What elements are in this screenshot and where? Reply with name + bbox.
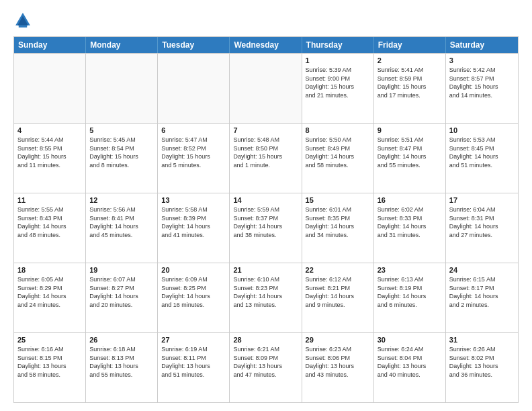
cal-cell-24: 24Sunrise: 6:15 AM Sunset: 8:17 PM Dayli…: [446, 263, 518, 332]
day-number: 27: [161, 336, 226, 344]
cal-row-2: 11Sunrise: 5:55 AM Sunset: 8:43 PM Dayli…: [14, 193, 518, 263]
day-number: 24: [449, 266, 515, 274]
day-number: 17: [449, 196, 515, 204]
calendar: SundayMondayTuesdayWednesdayThursdayFrid…: [13, 36, 519, 403]
cal-cell-30: 30Sunrise: 6:24 AM Sunset: 8:04 PM Dayli…: [374, 333, 446, 402]
day-info: Sunrise: 5:41 AM Sunset: 8:59 PM Dayligh…: [378, 66, 442, 99]
day-info: Sunrise: 6:07 AM Sunset: 8:27 PM Dayligh…: [89, 275, 154, 309]
day-number: 31: [449, 336, 515, 344]
day-number: 14: [233, 196, 298, 204]
day-info: Sunrise: 6:15 AM Sunset: 8:17 PM Dayligh…: [449, 275, 515, 309]
day-number: 18: [17, 266, 82, 274]
cal-cell-empty: [86, 54, 158, 123]
cal-cell-28: 28Sunrise: 6:21 AM Sunset: 8:09 PM Dayli…: [230, 333, 302, 402]
day-number: 21: [233, 266, 298, 274]
cal-row-4: 25Sunrise: 6:16 AM Sunset: 8:15 PM Dayli…: [14, 332, 518, 402]
cal-cell-4: 4Sunrise: 5:44 AM Sunset: 8:55 PM Daylig…: [14, 124, 86, 193]
day-number: 26: [89, 336, 154, 344]
cal-header-cell-sunday: Sunday: [14, 37, 86, 53]
cal-cell-5: 5Sunrise: 5:45 AM Sunset: 8:54 PM Daylig…: [86, 124, 158, 193]
day-number: 6: [161, 126, 226, 134]
day-number: 8: [306, 126, 370, 134]
cal-cell-16: 16Sunrise: 6:02 AM Sunset: 8:33 PM Dayli…: [374, 193, 446, 263]
cal-cell-20: 20Sunrise: 6:09 AM Sunset: 8:25 PM Dayli…: [158, 263, 230, 332]
day-info: Sunrise: 6:23 AM Sunset: 8:06 PM Dayligh…: [306, 345, 370, 379]
logo-icon: [13, 11, 32, 30]
day-number: 28: [233, 336, 298, 344]
cal-cell-10: 10Sunrise: 5:53 AM Sunset: 8:45 PM Dayli…: [446, 124, 518, 193]
day-info: Sunrise: 6:24 AM Sunset: 8:04 PM Dayligh…: [378, 345, 442, 379]
day-number: 20: [161, 266, 226, 274]
cal-row-0: 1Sunrise: 5:39 AM Sunset: 9:00 PM Daylig…: [14, 53, 518, 123]
day-info: Sunrise: 6:09 AM Sunset: 8:25 PM Dayligh…: [161, 275, 226, 309]
day-info: Sunrise: 6:04 AM Sunset: 8:31 PM Dayligh…: [449, 205, 515, 239]
cal-header-cell-wednesday: Wednesday: [230, 37, 302, 53]
cal-cell-31: 31Sunrise: 6:26 AM Sunset: 8:02 PM Dayli…: [446, 333, 518, 402]
day-info: Sunrise: 5:45 AM Sunset: 8:54 PM Dayligh…: [89, 136, 154, 169]
day-number: 12: [89, 196, 154, 204]
day-info: Sunrise: 6:02 AM Sunset: 8:33 PM Dayligh…: [378, 205, 442, 239]
day-info: Sunrise: 6:10 AM Sunset: 8:23 PM Dayligh…: [233, 275, 298, 309]
day-number: 3: [449, 56, 515, 64]
cal-cell-empty: [230, 54, 302, 123]
cal-cell-18: 18Sunrise: 6:05 AM Sunset: 8:29 PM Dayli…: [14, 263, 86, 332]
cal-cell-15: 15Sunrise: 6:01 AM Sunset: 8:35 PM Dayli…: [302, 193, 374, 263]
cal-cell-21: 21Sunrise: 6:10 AM Sunset: 8:23 PM Dayli…: [230, 263, 302, 332]
day-info: Sunrise: 5:55 AM Sunset: 8:43 PM Dayligh…: [17, 205, 82, 239]
cal-cell-14: 14Sunrise: 5:59 AM Sunset: 8:37 PM Dayli…: [230, 193, 302, 263]
day-number: 25: [17, 336, 82, 344]
day-number: 9: [378, 126, 442, 134]
cal-row-3: 18Sunrise: 6:05 AM Sunset: 8:29 PM Dayli…: [14, 263, 518, 332]
header: [13, 11, 519, 30]
day-number: 1: [306, 56, 370, 64]
day-number: 13: [161, 196, 226, 204]
day-info: Sunrise: 5:44 AM Sunset: 8:55 PM Dayligh…: [17, 136, 82, 169]
cal-row-1: 4Sunrise: 5:44 AM Sunset: 8:55 PM Daylig…: [14, 123, 518, 193]
day-info: Sunrise: 6:05 AM Sunset: 8:29 PM Dayligh…: [17, 275, 82, 309]
day-info: Sunrise: 6:18 AM Sunset: 8:13 PM Dayligh…: [89, 345, 154, 379]
cal-cell-8: 8Sunrise: 5:50 AM Sunset: 8:49 PM Daylig…: [302, 124, 374, 193]
day-info: Sunrise: 6:01 AM Sunset: 8:35 PM Dayligh…: [306, 205, 370, 239]
day-info: Sunrise: 6:26 AM Sunset: 8:02 PM Dayligh…: [449, 345, 515, 379]
day-number: 16: [378, 196, 442, 204]
cal-cell-13: 13Sunrise: 5:58 AM Sunset: 8:39 PM Dayli…: [158, 193, 230, 263]
calendar-header-row: SundayMondayTuesdayWednesdayThursdayFrid…: [14, 37, 518, 53]
cal-cell-29: 29Sunrise: 6:23 AM Sunset: 8:06 PM Dayli…: [302, 333, 374, 402]
day-info: Sunrise: 6:19 AM Sunset: 8:11 PM Dayligh…: [161, 345, 226, 379]
day-number: 10: [449, 126, 515, 134]
day-info: Sunrise: 5:47 AM Sunset: 8:52 PM Dayligh…: [161, 136, 226, 169]
cal-cell-2: 2Sunrise: 5:41 AM Sunset: 8:59 PM Daylig…: [374, 54, 446, 123]
cal-cell-empty: [14, 54, 86, 123]
cal-cell-empty: [158, 54, 230, 123]
day-info: Sunrise: 5:51 AM Sunset: 8:47 PM Dayligh…: [378, 136, 442, 169]
cal-cell-26: 26Sunrise: 6:18 AM Sunset: 8:13 PM Dayli…: [86, 333, 158, 402]
day-info: Sunrise: 5:56 AM Sunset: 8:41 PM Dayligh…: [89, 205, 154, 239]
cal-header-cell-monday: Monday: [86, 37, 158, 53]
cal-cell-22: 22Sunrise: 6:12 AM Sunset: 8:21 PM Dayli…: [302, 263, 374, 332]
cal-cell-17: 17Sunrise: 6:04 AM Sunset: 8:31 PM Dayli…: [446, 193, 518, 263]
day-number: 7: [233, 126, 298, 134]
day-info: Sunrise: 6:12 AM Sunset: 8:21 PM Dayligh…: [306, 275, 370, 309]
cal-cell-11: 11Sunrise: 5:55 AM Sunset: 8:43 PM Dayli…: [14, 193, 86, 263]
day-number: 19: [89, 266, 154, 274]
day-number: 15: [306, 196, 370, 204]
cal-cell-3: 3Sunrise: 5:42 AM Sunset: 8:57 PM Daylig…: [446, 54, 518, 123]
cal-cell-23: 23Sunrise: 6:13 AM Sunset: 8:19 PM Dayli…: [374, 263, 446, 332]
day-info: Sunrise: 5:59 AM Sunset: 8:37 PM Dayligh…: [233, 205, 298, 239]
day-number: 11: [17, 196, 82, 204]
day-number: 23: [378, 266, 442, 274]
cal-header-cell-thursday: Thursday: [302, 37, 374, 53]
day-info: Sunrise: 5:58 AM Sunset: 8:39 PM Dayligh…: [161, 205, 226, 239]
cal-header-cell-saturday: Saturday: [446, 37, 518, 53]
day-info: Sunrise: 6:16 AM Sunset: 8:15 PM Dayligh…: [17, 345, 82, 379]
day-number: 22: [306, 266, 370, 274]
cal-cell-7: 7Sunrise: 5:48 AM Sunset: 8:50 PM Daylig…: [230, 124, 302, 193]
cal-cell-25: 25Sunrise: 6:16 AM Sunset: 8:15 PM Dayli…: [14, 333, 86, 402]
day-number: 30: [378, 336, 442, 344]
day-number: 5: [89, 126, 154, 134]
cal-header-cell-friday: Friday: [374, 37, 446, 53]
day-info: Sunrise: 5:39 AM Sunset: 9:00 PM Dayligh…: [306, 66, 370, 99]
cal-cell-19: 19Sunrise: 6:07 AM Sunset: 8:27 PM Dayli…: [86, 263, 158, 332]
day-info: Sunrise: 6:13 AM Sunset: 8:19 PM Dayligh…: [378, 275, 442, 309]
day-info: Sunrise: 5:50 AM Sunset: 8:49 PM Dayligh…: [306, 136, 370, 169]
